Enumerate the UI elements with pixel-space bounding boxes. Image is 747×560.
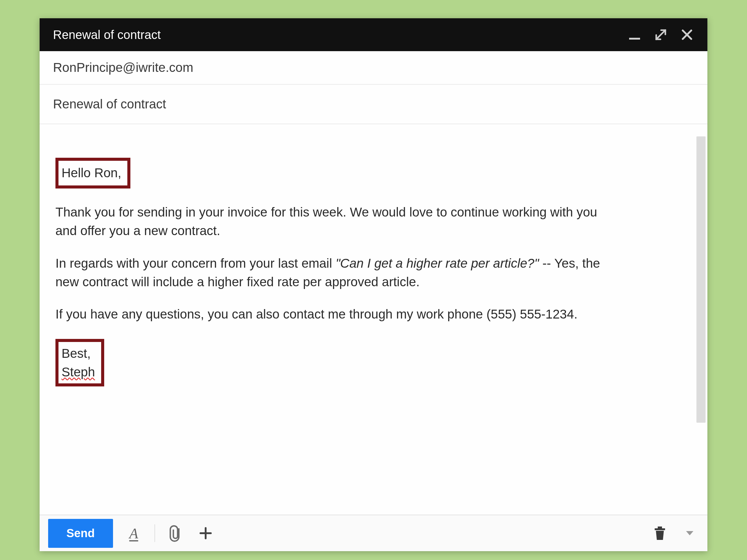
para2-quote: "Can I get a higher rate per article?" xyxy=(336,256,539,270)
subject-field[interactable]: Renewal of contract xyxy=(40,85,707,124)
minimize-icon[interactable] xyxy=(626,26,643,43)
formatting-icon[interactable]: A xyxy=(125,524,143,542)
window-title: Renewal of contract xyxy=(53,28,626,42)
window-controls xyxy=(626,26,695,43)
signature-highlight: Best, Steph xyxy=(55,339,104,386)
to-field[interactable]: RonPrincipe@iwrite.com xyxy=(40,51,707,85)
scrollbar[interactable] xyxy=(696,136,705,423)
para2-prefix: In regards with your concern from your l… xyxy=(55,256,336,270)
greeting-text: Hello Ron, xyxy=(61,166,121,180)
expand-icon[interactable] xyxy=(652,26,669,43)
svg-rect-0 xyxy=(629,38,640,39)
compose-window: Renewal of contract RonPrincipe@iwrite.c… xyxy=(40,18,707,551)
attach-icon[interactable] xyxy=(166,524,185,542)
send-button[interactable]: Send xyxy=(48,519,113,548)
signature-name: Steph xyxy=(61,365,95,379)
compose-toolbar: Send A xyxy=(40,515,707,551)
svg-rect-2 xyxy=(658,527,662,528)
closing-line-2: Steph xyxy=(61,363,95,381)
greeting-highlight: Hello Ron, xyxy=(55,158,130,188)
email-body[interactable]: Hello Ron, Thank you for sending in your… xyxy=(40,124,707,515)
more-options-icon[interactable] xyxy=(680,524,699,542)
body-paragraph-2: In regards with your concern from your l… xyxy=(55,254,616,291)
svg-rect-1 xyxy=(655,528,665,530)
subject-value: Renewal of contract xyxy=(53,97,166,111)
to-value: RonPrincipe@iwrite.com xyxy=(53,60,193,75)
body-paragraph-1: Thank you for sending in your invoice fo… xyxy=(55,203,616,240)
trash-icon[interactable] xyxy=(651,524,669,542)
toolbar-divider xyxy=(154,524,155,542)
close-icon[interactable] xyxy=(679,26,695,43)
closing-line-1: Best, xyxy=(61,344,95,363)
body-paragraph-3: If you have any questions, you can also … xyxy=(55,305,616,324)
insert-icon[interactable] xyxy=(197,524,215,542)
title-bar: Renewal of contract xyxy=(40,18,707,51)
